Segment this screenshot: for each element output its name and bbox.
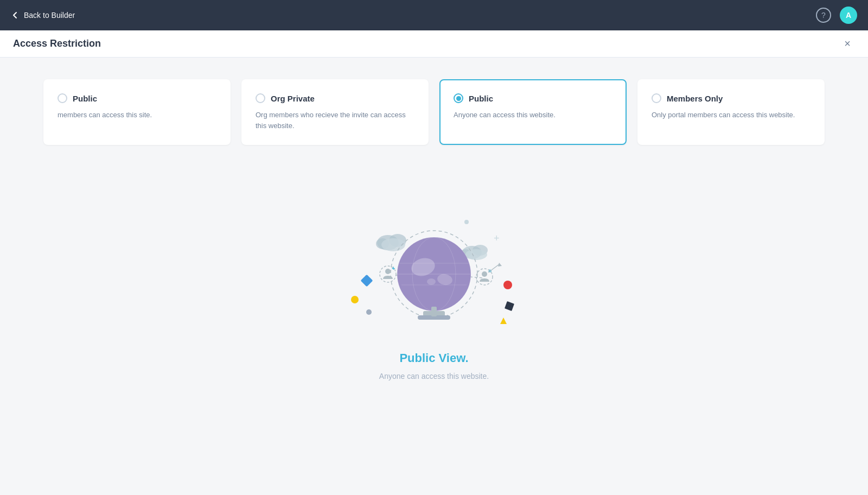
card-desc-1: Org members who recieve the invite can a…	[256, 110, 414, 131]
svg-point-32	[351, 296, 359, 303]
svg-text:+: +	[494, 233, 500, 244]
svg-marker-36	[500, 318, 507, 324]
close-button[interactable]: ×	[840, 36, 855, 52]
back-to-builder-button[interactable]: Back to Builder	[11, 11, 75, 20]
card-org-private[interactable]: Org Private Org members who recieve the …	[241, 79, 429, 145]
card-desc-2: Anyone can access this website.	[454, 110, 612, 120]
svg-point-26	[427, 278, 436, 285]
card-public-selected[interactable]: Public Anyone can access this website.	[439, 79, 627, 145]
back-label: Back to Builder	[24, 11, 75, 20]
card-title-1: Org Private	[271, 94, 315, 103]
svg-point-8	[464, 220, 469, 224]
radio-3	[652, 93, 661, 103]
radio-1	[256, 93, 265, 103]
card-public-left[interactable]: Public members can access this site.	[43, 79, 231, 145]
topbar: Back to Builder ? A	[0, 0, 868, 30]
card-desc-0: members can access this site.	[58, 110, 216, 120]
illustration-area: + + +	[43, 177, 825, 402]
svg-point-33	[366, 309, 372, 315]
card-members-only[interactable]: Members Only Only portal members can acc…	[637, 79, 825, 145]
avatar[interactable]: A	[840, 7, 857, 24]
card-radio-row-3: Members Only	[652, 93, 810, 103]
svg-point-34	[503, 281, 512, 289]
radio-0	[58, 93, 67, 103]
svg-rect-30	[431, 307, 437, 316]
card-radio-row-2: Public	[454, 93, 612, 103]
radio-2	[454, 93, 463, 103]
caption-desc: Anyone can access this website.	[379, 372, 489, 380]
svg-rect-35	[505, 301, 514, 311]
globe-container: + + +	[304, 188, 564, 340]
card-title-3: Members Only	[667, 94, 723, 103]
svg-marker-38	[498, 263, 502, 266]
svg-point-7	[465, 249, 487, 260]
card-radio-row-1: Org Private	[256, 93, 414, 103]
svg-rect-31	[361, 275, 373, 287]
svg-point-13	[385, 269, 391, 274]
main-content: Public members can access this site. Org…	[0, 58, 868, 495]
topbar-right: ? A	[816, 7, 857, 24]
arrow-left-icon	[11, 11, 20, 20]
help-button[interactable]: ?	[816, 8, 831, 23]
card-radio-row-0: Public	[58, 93, 216, 103]
illustration-svg: + + +	[304, 188, 564, 340]
card-desc-3: Only portal members can access this webs…	[652, 110, 810, 120]
caption-title: Public View.	[399, 351, 468, 365]
card-title-0: Public	[73, 94, 97, 103]
svg-text:+: +	[392, 265, 395, 271]
svg-point-16	[482, 271, 487, 277]
titlebar: Access Restriction ×	[0, 30, 868, 58]
radio-inner-2	[456, 96, 461, 101]
page-title: Access Restriction	[13, 38, 101, 49]
access-cards-row: Public members can access this site. Org…	[43, 79, 825, 145]
card-title-2: Public	[469, 94, 493, 103]
